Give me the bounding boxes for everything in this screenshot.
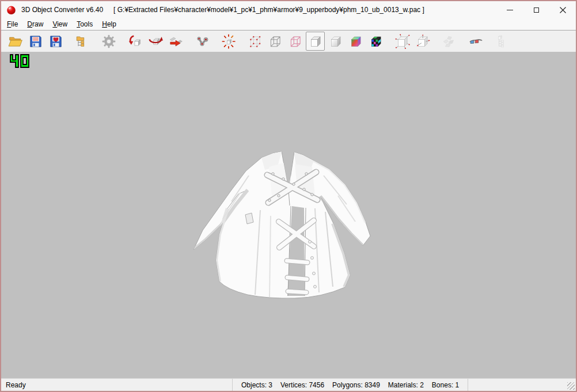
status-bar: Ready Objects: 3Vertices: 7456Polygons: … (1, 378, 576, 391)
resize-grip[interactable] (567, 382, 575, 390)
wireframe-mode-button[interactable] (265, 32, 284, 51)
open-folder-icon (8, 34, 23, 49)
coat-waist-tab (245, 213, 253, 224)
face-normals-icon (415, 34, 430, 49)
toolbar (1, 30, 576, 52)
vertex-normals-icon (395, 34, 410, 49)
show-vertices-button[interactable] (219, 32, 238, 51)
orbit-view-button[interactable] (146, 32, 165, 51)
statusbar-stats: Objects: 3Vertices: 7456Polygons: 8349Ma… (233, 379, 468, 391)
cube-color-icon (348, 34, 363, 49)
rotate-icon (128, 34, 143, 49)
hidden-line-mode-button[interactable] (286, 32, 305, 51)
cube-smooth-icon (328, 34, 343, 49)
save-file-button[interactable] (26, 32, 45, 51)
menu-view[interactable]: View (48, 19, 72, 29)
menu-help[interactable]: Help (97, 19, 121, 29)
unweld-faces-button (439, 32, 458, 51)
glasses-icon (468, 34, 483, 49)
save-favorite-format-button[interactable] (46, 32, 65, 51)
maximize-button[interactable] (523, 1, 549, 18)
stat-materials: Materials: 2 (388, 381, 424, 389)
wire-dots-icon (248, 34, 263, 49)
explode-icon (221, 34, 236, 49)
minimize-icon (507, 10, 513, 10)
anaglyph-view-button[interactable] (466, 32, 485, 51)
textured-mode-button[interactable] (366, 32, 385, 51)
stat-objects: Objects: 3 (241, 381, 272, 389)
flip-arrow-icon (168, 34, 183, 49)
faceted-icon (442, 34, 457, 49)
cube-flat-icon (308, 34, 323, 49)
app-icon[interactable] (6, 5, 16, 15)
settings-button[interactable] (99, 32, 118, 51)
object-list-button[interactable] (73, 32, 92, 51)
flat-shaded-mode-button[interactable] (306, 32, 325, 51)
smooth-shaded-mode-button[interactable] (326, 32, 345, 51)
app-window: 3D Object Converter v6.40 [ G:¥Extracted… (0, 0, 577, 392)
colored-mode-button[interactable] (346, 32, 365, 51)
mirror-object-button[interactable] (166, 32, 185, 51)
wire-icon (268, 34, 283, 49)
face-normals-toggle-button[interactable] (413, 32, 432, 51)
stat-polygons: Polygons: 8349 (332, 381, 380, 389)
stat-bones: Bones: 1 (432, 381, 459, 389)
rotate-object-button[interactable] (126, 32, 145, 51)
minimize-button[interactable] (496, 1, 523, 18)
open-file-button[interactable] (6, 32, 25, 51)
window-controls (496, 1, 576, 18)
close-icon (560, 7, 566, 13)
document-path: [ G:¥Extracted Files¥character¥model¥1_p… (113, 6, 424, 14)
title-bar: 3D Object Converter v6.40 [ G:¥Extracted… (1, 1, 576, 18)
save-heart-icon (48, 34, 63, 49)
scene-tree-icon (75, 34, 90, 49)
save-icon (28, 34, 43, 49)
menu-tools[interactable]: Tools (72, 19, 97, 29)
model-3d-coat (1, 52, 576, 378)
hierarchy-icon (495, 34, 510, 49)
orbit-cube-icon (148, 34, 163, 49)
app-title: 3D Object Converter v6.40 (21, 6, 103, 14)
bones-icon (195, 34, 210, 49)
wire-pink-icon (288, 34, 303, 49)
maximize-icon (534, 7, 539, 13)
menu-bar: FileDrawViewToolsHelp (1, 18, 576, 30)
status-message: Ready (1, 379, 233, 391)
vertex-normals-toggle-button[interactable] (393, 32, 412, 51)
statusbar-right-panel (468, 379, 576, 391)
hierarchy-view-button (492, 32, 511, 51)
show-bones-button[interactable] (192, 32, 211, 51)
close-button[interactable] (549, 1, 576, 18)
stat-vertices: Vertices: 7456 (280, 381, 324, 389)
menu-draw[interactable]: Draw (22, 19, 48, 29)
wireframe-points-mode-button[interactable] (245, 32, 264, 51)
menu-file[interactable]: File (2, 19, 22, 29)
cube-texture-icon (369, 34, 384, 49)
viewport-3d[interactable] (1, 52, 576, 378)
gear-icon (101, 34, 116, 49)
